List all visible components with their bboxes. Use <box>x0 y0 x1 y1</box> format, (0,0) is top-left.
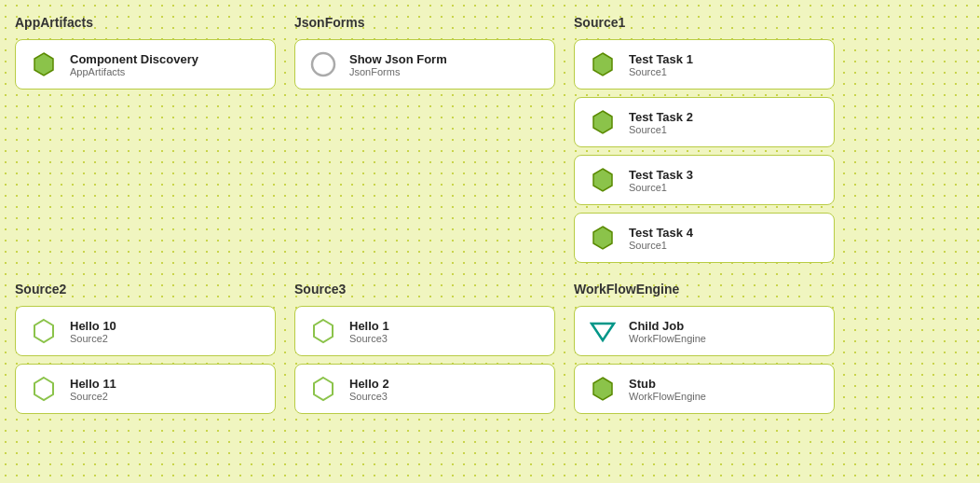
group-workflow-engine: WorkFlowEngine Child Job WorkFlowEngine <box>574 282 835 414</box>
card-subtitle: Source1 <box>629 66 693 77</box>
svg-marker-4 <box>593 169 612 191</box>
svg-marker-6 <box>34 320 53 342</box>
hex-icon <box>588 107 618 137</box>
svg-marker-11 <box>593 378 612 400</box>
card-text: Show Json Form JsonForms <box>349 52 447 77</box>
card-title: Test Task 2 <box>629 110 693 124</box>
card-title: Stub <box>629 377 706 391</box>
card-subtitle: Source3 <box>349 333 389 344</box>
group-source3: Source3 Hello 1 Source3 <box>294 282 555 414</box>
group-title-source2: Source2 <box>15 282 276 297</box>
card-title: Show Json Form <box>349 52 447 66</box>
card-text: Component Discovery AppArtifacts <box>70 52 198 77</box>
card-test-task-1[interactable]: Test Task 1 Source1 <box>574 39 835 90</box>
card-test-task-4[interactable]: Test Task 4 Source1 <box>574 213 835 263</box>
card-subtitle: Source1 <box>629 182 693 193</box>
card-title: Hello 1 <box>349 319 389 333</box>
card-subtitle: AppArtifacts <box>70 66 198 77</box>
group-title-json-forms: JsonForms <box>294 15 555 30</box>
card-component-discovery[interactable]: Component Discovery AppArtifacts <box>15 39 276 90</box>
card-title: Test Task 1 <box>629 52 693 66</box>
hex-outline-icon <box>308 374 338 404</box>
card-text: Test Task 4 Source1 <box>629 226 693 251</box>
card-subtitle: Source1 <box>629 240 693 251</box>
svg-point-1 <box>312 53 334 76</box>
main-canvas: AppArtifacts Component Discovery AppArti… <box>0 0 980 429</box>
card-hello-10[interactable]: Hello 10 Source2 <box>15 306 276 356</box>
card-text: Hello 11 Source2 <box>70 377 116 402</box>
card-child-job[interactable]: Child Job WorkFlowEngine <box>574 306 835 356</box>
group-json-forms: JsonForms Show Json Form JsonForms <box>294 15 555 263</box>
card-test-task-2[interactable]: Test Task 2 Source1 <box>574 97 835 147</box>
card-hello-1[interactable]: Hello 1 Source3 <box>294 306 555 356</box>
card-hello-2[interactable]: Hello 2 Source3 <box>294 364 555 414</box>
group-source1: Source1 Test Task 1 Source1 <box>574 15 835 263</box>
card-text: Test Task 1 Source1 <box>629 52 693 77</box>
group-title-source1: Source1 <box>574 15 835 30</box>
card-text: Stub WorkFlowEngine <box>629 377 706 402</box>
hex-icon <box>29 49 59 79</box>
card-subtitle: WorkFlowEngine <box>629 333 706 344</box>
card-text: Test Task 2 Source1 <box>629 110 693 135</box>
card-text: Hello 1 Source3 <box>349 319 389 344</box>
row-1: AppArtifacts Component Discovery AppArti… <box>15 15 965 263</box>
card-text: Test Task 3 Source1 <box>629 168 693 193</box>
svg-marker-0 <box>34 53 53 76</box>
card-title: Hello 10 <box>70 319 116 333</box>
card-title: Test Task 3 <box>629 168 693 182</box>
svg-marker-8 <box>314 320 333 342</box>
card-subtitle: Source1 <box>629 124 693 135</box>
group-source2: Source2 Hello 10 Source2 <box>15 282 276 414</box>
svg-marker-2 <box>593 53 612 76</box>
card-show-json-form[interactable]: Show Json Form JsonForms <box>294 39 555 90</box>
card-title: Test Task 4 <box>629 226 693 240</box>
hex-icon <box>588 374 618 404</box>
triangle-icon <box>588 316 618 346</box>
svg-marker-5 <box>593 227 612 249</box>
card-text: Child Job WorkFlowEngine <box>629 319 706 344</box>
group-title-source3: Source3 <box>294 282 555 297</box>
card-title: Child Job <box>629 319 706 333</box>
hex-icon <box>588 165 618 195</box>
svg-marker-7 <box>34 378 53 400</box>
card-subtitle: WorkFlowEngine <box>629 391 706 402</box>
group-title-workflow-engine: WorkFlowEngine <box>574 282 835 297</box>
card-hello-11[interactable]: Hello 11 Source2 <box>15 364 276 414</box>
group-title-app-artifacts: AppArtifacts <box>15 15 276 30</box>
card-title: Hello 11 <box>70 377 116 391</box>
group-app-artifacts: AppArtifacts Component Discovery AppArti… <box>15 15 276 263</box>
hex-icon <box>588 49 618 79</box>
card-subtitle: Source3 <box>349 391 389 402</box>
card-text: Hello 10 Source2 <box>70 319 116 344</box>
card-title: Hello 2 <box>349 377 389 391</box>
card-text: Hello 2 Source3 <box>349 377 389 402</box>
hex-outline-icon <box>29 374 59 404</box>
row-2: Source2 Hello 10 Source2 <box>15 282 965 414</box>
card-subtitle: JsonForms <box>349 66 447 77</box>
card-title: Component Discovery <box>70 52 198 66</box>
hex-outline-icon <box>29 316 59 346</box>
circle-icon <box>308 49 338 79</box>
svg-marker-3 <box>593 111 612 133</box>
svg-marker-9 <box>314 378 333 400</box>
card-stub[interactable]: Stub WorkFlowEngine <box>574 364 835 414</box>
svg-marker-10 <box>592 324 614 340</box>
card-test-task-3[interactable]: Test Task 3 Source1 <box>574 155 835 205</box>
hex-icon <box>588 223 618 253</box>
card-subtitle: Source2 <box>70 391 116 402</box>
hex-outline-icon <box>308 316 338 346</box>
card-subtitle: Source2 <box>70 333 116 344</box>
